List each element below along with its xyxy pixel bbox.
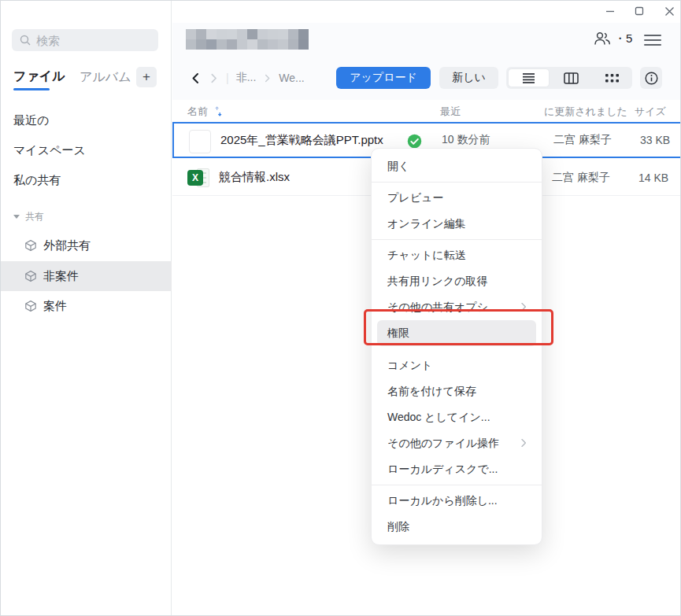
redacted-block: [257, 29, 268, 39]
new-button[interactable]: 新しい: [439, 67, 498, 89]
redacted-block: [186, 39, 196, 50]
context-menu-item-forward-to-chat[interactable]: チャットに転送: [377, 242, 536, 268]
menu-item-label: 名前を付けて保存: [387, 385, 476, 397]
sidebar-section-shared[interactable]: 共有: [13, 207, 44, 226]
add-button[interactable]: +: [136, 67, 157, 87]
file-name: 競合情報.xlsx: [219, 160, 290, 195]
upload-button[interactable]: アップロード: [336, 67, 431, 89]
section-label: 共有: [25, 210, 44, 223]
redacted-block: [298, 29, 309, 39]
close-button[interactable]: [661, 2, 678, 20]
cube-icon: [24, 270, 37, 282]
breadcrumb-item[interactable]: 非...: [236, 71, 257, 85]
submenu-arrow-icon: [519, 302, 528, 312]
menu-item-label: プレビュー: [387, 191, 443, 204]
context-menu-item-comment[interactable]: コメント: [377, 352, 536, 378]
menu-item-label: ローカルから削除し...: [387, 494, 498, 507]
xlsx-file-icon: X: [187, 166, 211, 190]
pptx-file-icon: [189, 130, 213, 153]
redacted-block: [288, 29, 298, 39]
tab-files[interactable]: ファイル: [13, 68, 65, 85]
menu-item-label: その他のファイル操作: [387, 437, 499, 449]
redacted-block: [268, 39, 278, 50]
search-input[interactable]: [36, 34, 146, 47]
chevron-down-icon: [13, 215, 20, 219]
members-button[interactable]: ・5: [593, 31, 632, 46]
redacted-block: [278, 39, 288, 50]
maximize-icon: [635, 6, 644, 16]
file-size: 14 KB: [638, 160, 668, 195]
view-columns-button[interactable]: [551, 67, 591, 89]
members-count: ・5: [614, 31, 632, 46]
members-icon: [593, 31, 612, 46]
context-menu-item-more-share-options[interactable]: その他の共有オプシ...: [377, 294, 536, 320]
minimize-button[interactable]: [601, 2, 619, 20]
context-menu-item-delete[interactable]: 削除: [377, 514, 536, 540]
redacted-block: [217, 29, 227, 39]
menu-divider: [372, 485, 542, 485]
sidebar-item-recent[interactable]: 最近の: [1, 105, 172, 135]
redacted-title: [186, 29, 309, 50]
menu-item-label: 開く: [387, 160, 409, 172]
redacted-block: [227, 39, 237, 50]
sort-icon[interactable]: [215, 106, 222, 116]
context-menu-item-open[interactable]: 開く: [377, 153, 536, 179]
column-header-updated-by[interactable]: に更新されました: [544, 101, 631, 122]
search-box[interactable]: [12, 29, 158, 51]
menu-button[interactable]: [644, 35, 661, 46]
redacted-block: [217, 39, 227, 50]
menu-item-label: ローカルディスクで...: [387, 463, 498, 475]
chevron-right-icon: [263, 74, 272, 83]
context-menu-item-delete-from-local[interactable]: ローカルから削除し...: [377, 488, 536, 514]
file-size: 33 KB: [640, 124, 670, 157]
sidebar-item-external-share[interactable]: 外部共有: [1, 231, 172, 260]
redacted-block: [227, 29, 237, 39]
cube-icon: [24, 239, 37, 252]
cube-icon: [24, 300, 37, 312]
column-header-modified[interactable]: 最近: [440, 101, 461, 122]
list-view-icon: [522, 72, 535, 83]
maximize-button[interactable]: [631, 2, 648, 20]
column-header-size[interactable]: サイズ: [635, 101, 666, 122]
sidebar-item-label: 案件: [43, 299, 67, 314]
synced-check-icon: [407, 134, 422, 149]
context-menu-item-preview[interactable]: プレビュー: [377, 185, 536, 211]
context-menu: 開くプレビューオンライン編集チャットに転送共有用リンクの取得その他の共有オプシ.…: [371, 148, 542, 545]
redacted-block: [247, 29, 257, 39]
tab-album[interactable]: アルバム: [80, 69, 131, 86]
context-menu-item-permissions[interactable]: 権限: [377, 320, 536, 346]
back-button[interactable]: [190, 72, 202, 84]
sidebar-item-non-case[interactable]: 非案件: [1, 261, 172, 291]
file-updated-by: 二宫 麻梨子: [552, 160, 610, 195]
redacted-block: [268, 29, 278, 39]
redacted-block: [247, 39, 257, 50]
view-mode-toggle: [506, 67, 632, 89]
column-header-name[interactable]: 名前: [187, 101, 222, 122]
menu-item-label: 共有用リンクの取得: [387, 275, 487, 287]
submenu-arrow-icon: [519, 438, 528, 448]
redacted-block: [186, 29, 196, 39]
file-name: 2025年_営業戦略会議PPT.pptx: [220, 124, 383, 157]
sidebar-item-my-shares[interactable]: 私の共有: [1, 165, 172, 195]
context-menu-item-import-as-wedoc[interactable]: Wedoc としてイン...: [377, 404, 536, 430]
context-menu-item-online-edit[interactable]: オンライン編集: [377, 211, 536, 237]
view-list-button[interactable]: [509, 69, 549, 87]
menu-divider: [372, 239, 542, 240]
menu-item-label: 削除: [387, 520, 409, 533]
menu-item-label: 権限: [387, 326, 409, 339]
menu-divider: [372, 182, 542, 183]
breadcrumb-item[interactable]: We...: [279, 72, 304, 84]
sidebar-item-label: 非案件: [43, 269, 79, 284]
info-button[interactable]: [640, 67, 662, 89]
minimize-icon: [605, 6, 615, 16]
sidebar-item-case[interactable]: 案件: [1, 291, 172, 321]
sidebar-item-my-space[interactable]: マイスペース: [1, 135, 172, 165]
active-tab-underline: [13, 88, 50, 90]
breadcrumb: | 非... We...: [190, 70, 305, 86]
view-grid-button[interactable]: [592, 67, 632, 89]
context-menu-item-get-share-link[interactable]: 共有用リンクの取得: [377, 268, 536, 294]
forward-button[interactable]: [209, 73, 219, 83]
context-menu-item-save-as[interactable]: 名前を付けて保存: [377, 378, 536, 404]
context-menu-item-open-in-local-disk[interactable]: ローカルディスクで...: [377, 456, 536, 482]
context-menu-item-more-file-operations[interactable]: その他のファイル操作: [377, 430, 536, 456]
